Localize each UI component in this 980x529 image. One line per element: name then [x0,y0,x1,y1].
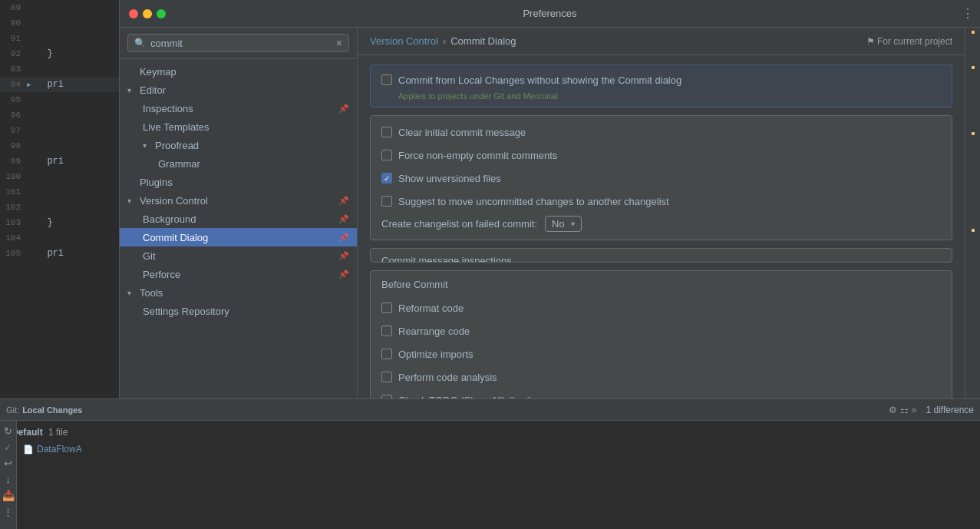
sidebar-item-settings-repository[interactable]: Settings Repository [120,302,357,320]
optimize-imports-label: Optimize imports [398,349,474,360]
edge-marker [972,229,975,232]
sidebar-item-perforce[interactable]: Perforce 📌 [120,265,357,283]
code-line: 89 [0,0,119,15]
default-label: Default 1 file [12,427,68,438]
search-bar: 🔍 × [120,28,357,59]
commit-from-local-checkbox[interactable] [381,74,392,85]
sidebar-item-tools[interactable]: ▾ Tools [120,283,357,302]
git-label: Git: [6,405,19,415]
code-line: 100 [0,169,119,184]
code-line: 90 [0,15,119,31]
edge-marker [972,31,975,34]
clear-search-button[interactable]: × [336,37,342,49]
maximize-button[interactable] [157,9,166,18]
undo-icon[interactable]: ↩ [4,458,12,469]
code-line: 98 [0,138,119,154]
stash-icon[interactable]: 📥 [2,490,15,501]
sidebar-item-plugins[interactable]: Plugins [120,173,357,191]
code-line: 105 pri [0,246,119,261]
sidebar-item-background[interactable]: Background 📌 [120,210,357,228]
close-button[interactable] [129,9,138,18]
clear-initial-row: Clear initial commit message [381,124,941,141]
code-line: 95 [0,92,119,107]
force-nonempty-label: Force non-empty commit comments [398,150,557,161]
arrow-down-icon[interactable]: ↓ [5,474,11,485]
show-unversioned-label: Show unversioned files [398,173,501,184]
sidebar-item-commit-dialog[interactable]: Commit Dialog 📌 [120,228,357,246]
code-line: 93 [0,61,119,77]
reformat-row: Reformat code [381,299,941,316]
commit-from-local-sublabel: Applies to projects under Git and Mercur… [381,91,941,101]
code-analysis-label: Perform code analysis [398,372,497,383]
before-commit-title: Before Commit [381,279,941,290]
git-tree-root: ▾ Default 1 file [5,424,975,441]
refresh-icon[interactable]: ↻ [4,425,12,437]
options-section: Clear initial commit message Force non-e… [370,115,952,240]
search-input[interactable] [150,38,332,49]
force-nonempty-checkbox[interactable] [381,150,392,160]
pin-icon: 📌 [338,269,349,279]
reformat-label: Reformat code [398,303,464,314]
expand-icon: ▾ [127,197,137,205]
commit-from-local-section: Commit from Local Changes without showin… [370,64,952,107]
title-bar: Preferences ⋮ [120,0,980,28]
sidebar-item-git[interactable]: Git 📌 [120,246,357,265]
chevron-down-icon: ▾ [571,220,575,228]
suggest-move-checkbox[interactable] [381,196,392,207]
clear-initial-label: Clear initial commit message [398,127,526,138]
more-icon[interactable]: ⋮ [3,506,13,517]
code-line: 104 [0,230,119,246]
pin-icon: 📌 [338,214,349,224]
breadcrumb-separator: › [443,35,446,47]
code-line: 92 } [0,46,119,61]
force-nonempty-row: Force non-empty commit comments [381,147,941,164]
breadcrumb-version-control[interactable]: Version Control [370,35,438,47]
code-analysis-row: Perform code analysis [381,369,941,385]
clear-initial-checkbox[interactable] [381,127,392,137]
settings-icon[interactable]: ⚙ [889,405,897,415]
sidebar-item-version-control[interactable]: ▾ Version Control 📌 [120,191,357,210]
create-changelist-dropdown[interactable]: No ▾ [545,216,582,232]
expand-icon: ▾ [143,141,152,150]
layout-icon[interactable]: ⚏ [900,405,909,415]
code-line: 96 [0,107,119,123]
sidebar-item-inspections[interactable]: Inspections 📌 [120,99,357,117]
git-tree: ▾ Default 1 file 📄 DataFlowA [0,421,980,529]
sidebar-item-keymap[interactable]: Keymap [120,62,357,81]
optimize-imports-row: Optimize imports [381,346,941,362]
code-line: 103 } [0,215,119,230]
create-changelist-value: No [552,218,565,230]
git-tree-file[interactable]: 📄 DataFlowA [5,441,975,458]
collapse-button[interactable]: ⋮ [962,6,974,21]
search-wrap: 🔍 × [127,34,349,52]
left-panel-icons: ↻ ✓ ↩ ↓ 📥 ⋮ [0,421,17,529]
code-line: 97 [0,123,119,138]
check-icon[interactable]: ✓ [4,441,12,453]
inspections-title: Commit message inspections [371,249,952,263]
sidebar-item-grammar[interactable]: Grammar [120,154,357,173]
window-title: Preferences [523,8,576,19]
code-analysis-checkbox[interactable] [381,372,392,382]
inspections-section: Commit message inspections Blank line be… [370,248,952,263]
traffic-lights [129,9,166,18]
rearrange-row: Rearrange code [381,322,941,339]
file-icon: 📄 [23,445,34,455]
commit-from-local-row: Commit from Local Changes without showin… [381,71,941,88]
search-icon: 🔍 [134,38,146,48]
show-unversioned-checkbox[interactable] [381,173,392,183]
suggest-move-row: Suggest to move uncommitted changes to a… [381,193,941,210]
expand-icon[interactable]: » [912,405,917,415]
git-local-changes-tab[interactable]: Local Changes [22,405,82,415]
edge-marker [972,66,975,69]
code-line-highlighted: 94 ▶ pri [0,77,119,92]
optimize-imports-checkbox[interactable] [381,349,392,359]
reformat-checkbox[interactable] [381,303,392,313]
for-current-project[interactable]: ⚑ For current project [866,36,952,47]
file-count: 1 file [48,427,68,438]
minimize-button[interactable] [143,9,152,18]
sidebar-item-live-templates[interactable]: Live Templates [120,117,357,136]
code-line: 101 [0,184,119,200]
rearrange-checkbox[interactable] [381,326,392,336]
sidebar-item-editor[interactable]: ▾ Editor [120,81,357,99]
sidebar-item-proofread[interactable]: ▾ Proofread [120,136,357,154]
